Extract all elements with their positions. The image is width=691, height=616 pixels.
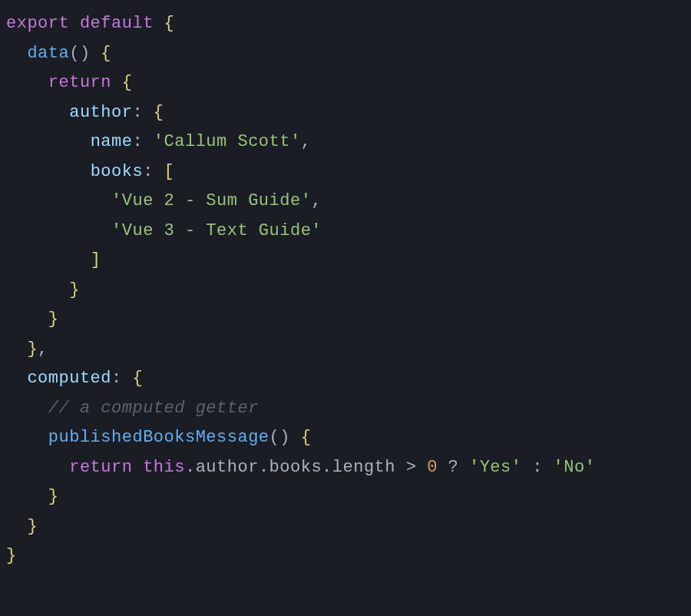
brace: {	[132, 369, 143, 388]
code-line: books: [	[6, 157, 685, 187]
indent	[6, 73, 48, 92]
dot: .	[185, 458, 196, 477]
parens: ()	[69, 44, 90, 63]
code-line: },	[6, 335, 685, 365]
comment: // a computed getter	[48, 399, 259, 418]
indent	[6, 310, 48, 329]
property-key: computed	[27, 369, 111, 388]
code-line: // a computed getter	[6, 394, 685, 424]
code-line: }	[6, 482, 685, 512]
indent	[6, 221, 111, 240]
code-line: }	[6, 276, 685, 306]
code-line: computed: {	[6, 364, 685, 394]
indent	[6, 44, 27, 63]
property-key: books	[91, 162, 144, 181]
method-name: publishedBooksMessage	[48, 428, 269, 447]
indent	[6, 132, 91, 151]
indent	[6, 103, 69, 122]
method-name: data	[27, 44, 69, 63]
operator-ternary: ?	[438, 458, 469, 477]
indent	[6, 250, 91, 270]
bracket: ]	[91, 250, 101, 270]
dot: .	[322, 458, 332, 477]
string-literal: 'Callum Scott'	[154, 132, 301, 151]
indent	[6, 339, 27, 359]
code-line: export default {	[6, 9, 685, 39]
brace: }	[69, 280, 80, 300]
keyword-default: default	[80, 14, 154, 33]
comma: ,	[301, 132, 312, 151]
code-line: return this.author.books.length > 0 ? 'Y…	[6, 453, 685, 483]
indent	[6, 458, 69, 477]
code-editor[interactable]: export default { data() { return { autho…	[6, 9, 685, 571]
indent	[6, 487, 48, 506]
code-line: }	[6, 512, 685, 542]
code-line: ]	[6, 246, 685, 276]
colon: :	[143, 162, 164, 181]
property-access: author	[196, 458, 259, 477]
dot: .	[259, 458, 269, 477]
keyword-return: return	[69, 458, 132, 477]
brace: }	[27, 339, 38, 359]
comma: ,	[311, 191, 322, 210]
code-line: 'Vue 2 - Sum Guide',	[6, 187, 685, 217]
brace: }	[27, 517, 38, 536]
colon: :	[132, 103, 153, 122]
space	[69, 14, 80, 33]
colon: :	[111, 369, 132, 388]
operator-gt: >	[395, 458, 427, 477]
code-line: data() {	[6, 39, 685, 69]
string-literal: 'No'	[554, 458, 596, 477]
indent	[6, 428, 48, 447]
space	[132, 458, 143, 477]
string-literal: 'Vue 3 - Text Guide'	[111, 221, 322, 240]
keyword-return: return	[48, 73, 111, 92]
indent	[6, 399, 48, 418]
operator-colon: :	[521, 458, 553, 477]
indent	[6, 517, 27, 536]
code-line: }	[6, 541, 685, 571]
number-literal: 0	[427, 458, 438, 477]
property-access: length	[332, 458, 395, 477]
property-access: books	[269, 458, 322, 477]
brace: {	[154, 103, 164, 122]
indent	[6, 369, 27, 388]
indent	[6, 162, 91, 181]
brace: {	[91, 44, 111, 63]
brace: {	[111, 73, 132, 92]
code-line: }	[6, 305, 685, 335]
brace: }	[48, 310, 59, 329]
code-line: author: {	[6, 98, 685, 128]
keyword-export: export	[6, 14, 69, 33]
code-line: name: 'Callum Scott',	[6, 128, 685, 157]
string-literal: 'Yes'	[469, 458, 522, 477]
brace: }	[6, 546, 17, 565]
indent	[6, 280, 69, 300]
property-key: name	[91, 132, 133, 151]
brace: {	[290, 428, 311, 447]
brace: {	[154, 14, 174, 33]
indent	[6, 191, 111, 210]
string-literal: 'Vue 2 - Sum Guide'	[111, 191, 311, 210]
parens: ()	[269, 428, 290, 447]
code-line: publishedBooksMessage() {	[6, 423, 685, 453]
code-line: return {	[6, 68, 685, 98]
brace: }	[48, 487, 59, 506]
colon: :	[132, 132, 153, 151]
code-line: 'Vue 3 - Text Guide'	[6, 217, 685, 247]
bracket: [	[164, 162, 175, 181]
keyword-this: this	[143, 458, 185, 477]
comma: ,	[38, 339, 48, 359]
property-key: author	[69, 103, 132, 122]
